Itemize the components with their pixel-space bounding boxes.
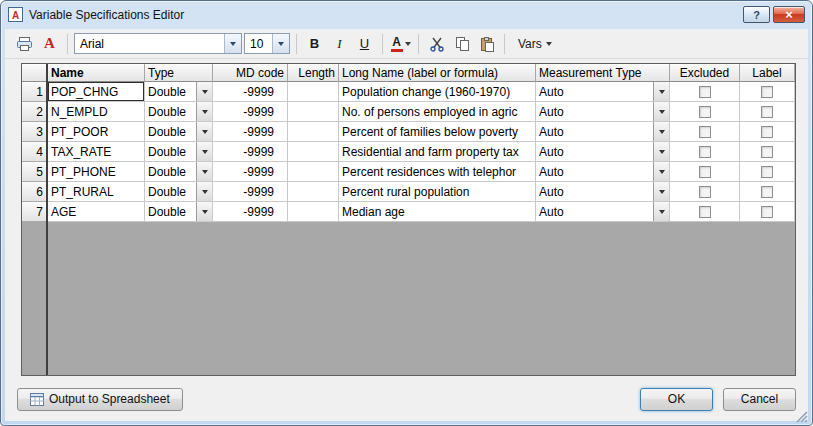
row-number[interactable]: 6: [22, 182, 48, 202]
cell-excluded[interactable]: [670, 182, 740, 202]
cell-type[interactable]: Double: [145, 162, 213, 182]
column-header-name[interactable]: Name: [48, 64, 145, 82]
excluded-checkbox[interactable]: [699, 166, 711, 178]
help-button[interactable]: ?: [743, 6, 770, 23]
chevron-down-icon[interactable]: [653, 102, 669, 121]
chevron-down-icon[interactable]: [653, 182, 669, 201]
cell-length[interactable]: [288, 182, 339, 202]
cell-long-name[interactable]: Residential and farm property tax: [339, 142, 536, 162]
excluded-checkbox[interactable]: [699, 186, 711, 198]
cell-md-code[interactable]: -9999: [213, 102, 288, 122]
chevron-down-icon[interactable]: [196, 82, 212, 101]
cell-length[interactable]: [288, 82, 339, 102]
excluded-checkbox[interactable]: [699, 206, 711, 218]
cell-excluded[interactable]: [670, 202, 740, 222]
cell-long-name[interactable]: Percent of families below poverty: [339, 122, 536, 142]
cell-long-name[interactable]: No. of persons employed in agric: [339, 102, 536, 122]
column-header-type[interactable]: Type: [145, 64, 213, 82]
cell-measurement-type[interactable]: Auto: [536, 162, 670, 182]
resize-grip[interactable]: [796, 409, 808, 421]
row-number[interactable]: 1: [22, 82, 48, 102]
cell-measurement-type[interactable]: Auto: [536, 82, 670, 102]
chevron-down-icon[interactable]: [196, 202, 212, 221]
chevron-down-icon[interactable]: [196, 122, 212, 141]
cell-type[interactable]: Double: [145, 182, 213, 202]
font-color-button[interactable]: A: [389, 32, 412, 55]
column-header-length[interactable]: Length: [288, 64, 339, 82]
chevron-down-icon[interactable]: [196, 162, 212, 181]
label-checkbox[interactable]: [761, 186, 773, 198]
font-name-select[interactable]: Arial: [74, 33, 242, 54]
cell-label[interactable]: [740, 122, 795, 142]
chevron-down-icon[interactable]: [653, 202, 669, 221]
italic-button[interactable]: I: [328, 32, 351, 55]
cell-measurement-type[interactable]: Auto: [536, 142, 670, 162]
cut-button[interactable]: [425, 32, 448, 55]
label-checkbox[interactable]: [761, 146, 773, 158]
cell-name[interactable]: TAX_RATE: [48, 142, 145, 162]
row-number[interactable]: 2: [22, 102, 48, 122]
chevron-down-icon[interactable]: [196, 102, 212, 121]
cell-label[interactable]: [740, 82, 795, 102]
cell-long-name[interactable]: Population change (1960-1970): [339, 82, 536, 102]
cell-excluded[interactable]: [670, 82, 740, 102]
column-header-measurement-type[interactable]: Measurement Type: [536, 64, 670, 82]
cell-md-code[interactable]: -9999: [213, 122, 288, 142]
underline-button[interactable]: U: [353, 32, 376, 55]
column-header-md-code[interactable]: MD code: [213, 64, 288, 82]
cell-measurement-type[interactable]: Auto: [536, 202, 670, 222]
cancel-button[interactable]: Cancel: [723, 388, 796, 411]
cell-md-code[interactable]: -9999: [213, 182, 288, 202]
chevron-down-icon[interactable]: [653, 142, 669, 161]
row-number[interactable]: 4: [22, 142, 48, 162]
cell-label[interactable]: [740, 202, 795, 222]
cell-md-code[interactable]: -9999: [213, 82, 288, 102]
chevron-down-icon[interactable]: [653, 82, 669, 101]
ok-button[interactable]: OK: [640, 388, 713, 411]
label-checkbox[interactable]: [761, 86, 773, 98]
excluded-checkbox[interactable]: [699, 146, 711, 158]
vars-dropdown-button[interactable]: Vars: [511, 32, 559, 55]
cell-measurement-type[interactable]: Auto: [536, 182, 670, 202]
cell-long-name[interactable]: Median age: [339, 202, 536, 222]
chevron-down-icon[interactable]: [224, 34, 241, 53]
cell-md-code[interactable]: -9999: [213, 142, 288, 162]
cell-type[interactable]: Double: [145, 122, 213, 142]
cell-length[interactable]: [288, 102, 339, 122]
cell-length[interactable]: [288, 202, 339, 222]
print-button[interactable]: [13, 32, 36, 55]
excluded-checkbox[interactable]: [699, 106, 711, 118]
cell-type[interactable]: Double: [145, 142, 213, 162]
cell-excluded[interactable]: [670, 122, 740, 142]
cell-excluded[interactable]: [670, 102, 740, 122]
row-number[interactable]: 7: [22, 202, 48, 222]
bold-button[interactable]: B: [303, 32, 326, 55]
cell-type[interactable]: Double: [145, 202, 213, 222]
label-checkbox[interactable]: [761, 126, 773, 138]
cell-type[interactable]: Double: [145, 102, 213, 122]
chevron-down-icon[interactable]: [196, 182, 212, 201]
excluded-checkbox[interactable]: [699, 86, 711, 98]
cell-name[interactable]: PT_RURAL: [48, 182, 145, 202]
output-to-spreadsheet-button[interactable]: Output to Spreadsheet: [17, 388, 183, 411]
row-number[interactable]: 5: [22, 162, 48, 182]
font-dialog-button[interactable]: A: [38, 32, 61, 55]
cell-measurement-type[interactable]: Auto: [536, 102, 670, 122]
cell-name[interactable]: POP_CHNG: [48, 82, 145, 102]
cell-md-code[interactable]: -9999: [213, 162, 288, 182]
cell-length[interactable]: [288, 142, 339, 162]
close-button[interactable]: ×: [773, 6, 805, 23]
label-checkbox[interactable]: [761, 166, 773, 178]
chevron-down-icon[interactable]: [272, 34, 289, 53]
cell-length[interactable]: [288, 162, 339, 182]
chevron-down-icon[interactable]: [653, 162, 669, 181]
cell-excluded[interactable]: [670, 162, 740, 182]
label-checkbox[interactable]: [761, 106, 773, 118]
chevron-down-icon[interactable]: [196, 142, 212, 161]
cell-long-name[interactable]: Percent residences with telephor: [339, 162, 536, 182]
cell-excluded[interactable]: [670, 142, 740, 162]
cell-md-code[interactable]: -9999: [213, 202, 288, 222]
cell-name[interactable]: AGE: [48, 202, 145, 222]
excluded-checkbox[interactable]: [699, 126, 711, 138]
row-number[interactable]: 3: [22, 122, 48, 142]
